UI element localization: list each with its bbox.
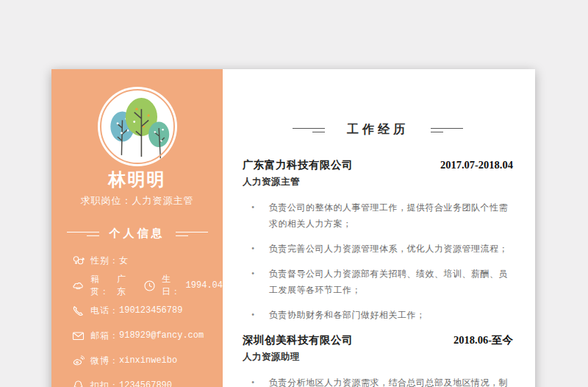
job-entry: 广东富力科技有限公司 2017.07-2018.04 人力资源主管 负责公司的整… <box>243 157 513 323</box>
ornament-line-right <box>431 127 463 133</box>
sidebar: 林明明 求职岗位：人力资源主管 个人信息 性别： <box>51 69 223 387</box>
trees-illustration-icon <box>98 87 177 166</box>
resume-preview-page: { "page": { "background": "#f0eff0", "ca… <box>0 0 588 387</box>
gender-label: 性别： <box>90 255 119 267</box>
personal-info-header: 个人信息 <box>51 227 223 241</box>
email-label: 邮箱： <box>90 330 119 342</box>
phone-item: 电话： 190123456789 <box>72 305 182 317</box>
company-name: 广东富力科技有限公司 <box>243 157 353 173</box>
job-role: 人力资源主管 <box>243 174 513 189</box>
hometown-icon <box>72 280 85 292</box>
email-icon <box>72 330 85 342</box>
job-head: 深圳创美科技有限公司 2018.06-至今 <box>243 332 513 348</box>
job-bullet-list: 负责分析地区人力资源需求，结合总司总部及地区情况，制定招聘计 <box>243 374 513 387</box>
hometown-item: 籍贯： 广东 <box>72 273 133 298</box>
work-experience-section: 工作经历 广东富力科技有限公司 2017.07-2018.04 人力资源主管 负… <box>223 69 535 387</box>
email-item: 邮箱： 918929@fancy.com <box>72 330 204 342</box>
info-row-email: 邮箱： 918929@fancy.com <box>72 323 223 348</box>
job-bullet-list: 负责公司的整体的人事管理工作，提供符合业务团队个性需求的相关人力方案； 负责完善… <box>243 199 513 323</box>
weibo-value: xinxinweibo <box>119 355 177 366</box>
job-role: 人力资源助理 <box>243 349 513 364</box>
qq-label: 扣扣： <box>90 380 119 387</box>
birthday-item: 生日： 1994.04 <box>143 273 223 298</box>
work-experience-title: 工作经历 <box>347 122 409 138</box>
avatar <box>98 87 177 166</box>
info-row-qq: 扣扣： 1234567890 <box>72 373 223 387</box>
job-period: 2018.06-至今 <box>453 332 513 348</box>
personal-info-title: 个人信息 <box>110 227 165 241</box>
ornament-line-left <box>67 231 99 237</box>
resume-card: 林明明 求职岗位：人力资源主管 个人信息 性别： <box>51 69 535 387</box>
job-bullet: 负责协助财务和各部门做好相关工作； <box>243 307 513 323</box>
weibo-label: 微博： <box>90 355 119 367</box>
gender-value: 女 <box>119 255 128 267</box>
info-row-phone: 电话： 190123456789 <box>72 298 223 323</box>
qq-item: 扣扣： 1234567890 <box>72 380 172 387</box>
work-experience-header: 工作经历 <box>243 122 513 138</box>
birthday-clock-icon <box>143 280 156 292</box>
job-bullet: 负责完善公司人力资源管理体系，优化人力资源管理流程； <box>243 241 513 257</box>
job-objective: 求职岗位：人力资源主管 <box>81 194 194 207</box>
phone-value: 190123456789 <box>119 305 182 316</box>
job-head: 广东富力科技有限公司 2017.07-2018.04 <box>243 157 513 173</box>
birthday-value: 1994.04 <box>186 280 223 291</box>
phone-icon <box>72 305 85 317</box>
candidate-name: 林明明 <box>109 169 166 190</box>
job-bullet: 负责公司的整体的人事管理工作，提供符合业务团队个性需求的相关人力方案； <box>243 199 513 232</box>
company-name: 深圳创美科技有限公司 <box>243 332 353 348</box>
gender-icon <box>72 255 85 267</box>
hometown-value: 广东 <box>117 273 133 298</box>
job-period: 2017.07-2018.04 <box>440 157 513 173</box>
email-value: 918929@fancy.com <box>119 330 204 341</box>
hometown-label: 籍贯： <box>90 273 117 298</box>
personal-info-list: 性别： 女 籍贯： 广东 <box>51 248 223 387</box>
info-row-gender: 性别： 女 <box>72 248 223 273</box>
phone-label: 电话： <box>90 305 119 317</box>
qq-value: 1234567890 <box>119 380 172 387</box>
info-row-weibo: 微博： xinxinweibo <box>72 348 223 373</box>
job-bullet: 负责分析地区人力资源需求，结合总司总部及地区情况，制定招聘计 <box>243 374 513 387</box>
gender-item: 性别： 女 <box>72 255 128 267</box>
weibo-icon <box>72 355 85 367</box>
job-entry: 深圳创美科技有限公司 2018.06-至今 人力资源助理 负责分析地区人力资源需… <box>243 332 513 387</box>
info-row-hometown-birthday: 籍贯： 广东 生日： 1994.04 <box>72 273 223 298</box>
qq-icon <box>72 380 85 387</box>
birthday-label: 生日： <box>162 273 186 298</box>
ornament-line-left <box>293 127 325 133</box>
job-bullet: 负责督导公司人力资源部有关招聘、绩效、培训、薪酬、员工发展等各环节工作； <box>243 266 513 298</box>
weibo-item: 微博： xinxinweibo <box>72 355 177 367</box>
ornament-line-right <box>176 231 208 237</box>
